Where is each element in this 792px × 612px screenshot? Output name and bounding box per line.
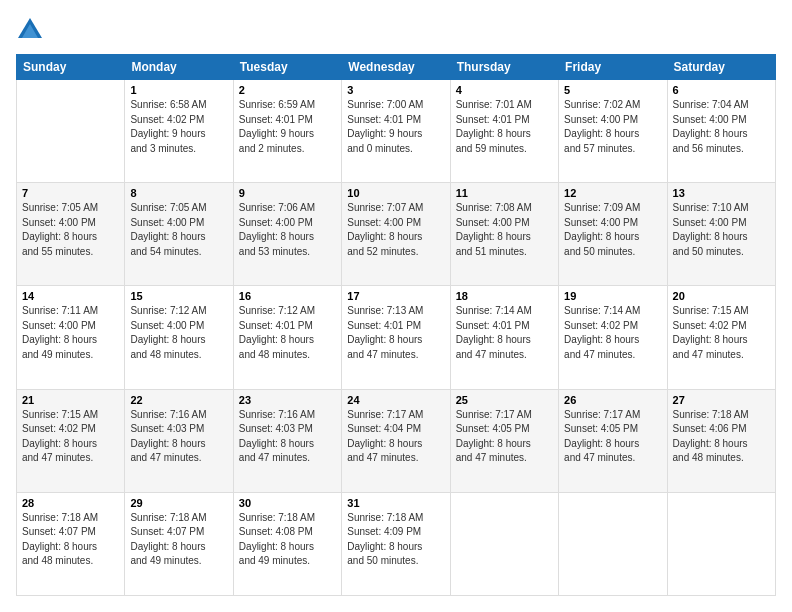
day-cell: 3Sunrise: 7:00 AM Sunset: 4:01 PM Daylig… [342,80,450,183]
day-number: 24 [347,394,444,406]
day-info: Sunrise: 7:18 AM Sunset: 4:07 PM Dayligh… [22,511,119,569]
day-cell: 31Sunrise: 7:18 AM Sunset: 4:09 PM Dayli… [342,492,450,595]
day-number: 18 [456,290,553,302]
day-info: Sunrise: 7:18 AM Sunset: 4:06 PM Dayligh… [673,408,770,466]
day-number: 16 [239,290,336,302]
day-number: 2 [239,84,336,96]
calendar-table: SundayMondayTuesdayWednesdayThursdayFrid… [16,54,776,596]
day-cell: 11Sunrise: 7:08 AM Sunset: 4:00 PM Dayli… [450,183,558,286]
day-info: Sunrise: 7:14 AM Sunset: 4:02 PM Dayligh… [564,304,661,362]
day-info: Sunrise: 7:13 AM Sunset: 4:01 PM Dayligh… [347,304,444,362]
day-cell: 27Sunrise: 7:18 AM Sunset: 4:06 PM Dayli… [667,389,775,492]
day-cell: 12Sunrise: 7:09 AM Sunset: 4:00 PM Dayli… [559,183,667,286]
day-cell [450,492,558,595]
day-cell: 10Sunrise: 7:07 AM Sunset: 4:00 PM Dayli… [342,183,450,286]
day-info: Sunrise: 7:05 AM Sunset: 4:00 PM Dayligh… [130,201,227,259]
header-cell-monday: Monday [125,55,233,80]
day-cell: 28Sunrise: 7:18 AM Sunset: 4:07 PM Dayli… [17,492,125,595]
day-number: 10 [347,187,444,199]
day-number: 29 [130,497,227,509]
day-info: Sunrise: 7:05 AM Sunset: 4:00 PM Dayligh… [22,201,119,259]
day-number: 11 [456,187,553,199]
logo [16,16,48,44]
day-info: Sunrise: 7:01 AM Sunset: 4:01 PM Dayligh… [456,98,553,156]
day-cell: 7Sunrise: 7:05 AM Sunset: 4:00 PM Daylig… [17,183,125,286]
day-cell: 19Sunrise: 7:14 AM Sunset: 4:02 PM Dayli… [559,286,667,389]
week-row-5: 28Sunrise: 7:18 AM Sunset: 4:07 PM Dayli… [17,492,776,595]
day-number: 20 [673,290,770,302]
day-cell: 6Sunrise: 7:04 AM Sunset: 4:00 PM Daylig… [667,80,775,183]
day-cell: 26Sunrise: 7:17 AM Sunset: 4:05 PM Dayli… [559,389,667,492]
header-cell-tuesday: Tuesday [233,55,341,80]
day-number: 6 [673,84,770,96]
day-info: Sunrise: 7:09 AM Sunset: 4:00 PM Dayligh… [564,201,661,259]
day-number: 13 [673,187,770,199]
day-info: Sunrise: 7:07 AM Sunset: 4:00 PM Dayligh… [347,201,444,259]
week-row-1: 1Sunrise: 6:58 AM Sunset: 4:02 PM Daylig… [17,80,776,183]
day-cell: 2Sunrise: 6:59 AM Sunset: 4:01 PM Daylig… [233,80,341,183]
day-cell: 23Sunrise: 7:16 AM Sunset: 4:03 PM Dayli… [233,389,341,492]
day-number: 19 [564,290,661,302]
day-number: 4 [456,84,553,96]
day-number: 22 [130,394,227,406]
day-number: 23 [239,394,336,406]
day-info: Sunrise: 7:06 AM Sunset: 4:00 PM Dayligh… [239,201,336,259]
day-cell: 18Sunrise: 7:14 AM Sunset: 4:01 PM Dayli… [450,286,558,389]
day-info: Sunrise: 7:17 AM Sunset: 4:05 PM Dayligh… [456,408,553,466]
day-number: 27 [673,394,770,406]
day-cell [667,492,775,595]
day-number: 25 [456,394,553,406]
day-cell: 24Sunrise: 7:17 AM Sunset: 4:04 PM Dayli… [342,389,450,492]
week-row-3: 14Sunrise: 7:11 AM Sunset: 4:00 PM Dayli… [17,286,776,389]
day-info: Sunrise: 7:15 AM Sunset: 4:02 PM Dayligh… [22,408,119,466]
header-cell-sunday: Sunday [17,55,125,80]
calendar-body: 1Sunrise: 6:58 AM Sunset: 4:02 PM Daylig… [17,80,776,596]
page: SundayMondayTuesdayWednesdayThursdayFrid… [0,0,792,612]
day-info: Sunrise: 7:16 AM Sunset: 4:03 PM Dayligh… [239,408,336,466]
day-cell: 29Sunrise: 7:18 AM Sunset: 4:07 PM Dayli… [125,492,233,595]
day-info: Sunrise: 6:58 AM Sunset: 4:02 PM Dayligh… [130,98,227,156]
day-info: Sunrise: 7:12 AM Sunset: 4:01 PM Dayligh… [239,304,336,362]
day-cell: 17Sunrise: 7:13 AM Sunset: 4:01 PM Dayli… [342,286,450,389]
day-cell: 9Sunrise: 7:06 AM Sunset: 4:00 PM Daylig… [233,183,341,286]
logo-icon [16,16,44,44]
day-number: 21 [22,394,119,406]
day-cell: 22Sunrise: 7:16 AM Sunset: 4:03 PM Dayli… [125,389,233,492]
day-info: Sunrise: 7:15 AM Sunset: 4:02 PM Dayligh… [673,304,770,362]
day-number: 1 [130,84,227,96]
day-info: Sunrise: 7:17 AM Sunset: 4:05 PM Dayligh… [564,408,661,466]
day-number: 7 [22,187,119,199]
day-info: Sunrise: 7:11 AM Sunset: 4:00 PM Dayligh… [22,304,119,362]
header [16,16,776,44]
day-cell: 30Sunrise: 7:18 AM Sunset: 4:08 PM Dayli… [233,492,341,595]
day-info: Sunrise: 7:02 AM Sunset: 4:00 PM Dayligh… [564,98,661,156]
header-cell-thursday: Thursday [450,55,558,80]
day-number: 28 [22,497,119,509]
day-cell: 4Sunrise: 7:01 AM Sunset: 4:01 PM Daylig… [450,80,558,183]
day-info: Sunrise: 7:18 AM Sunset: 4:09 PM Dayligh… [347,511,444,569]
day-cell: 14Sunrise: 7:11 AM Sunset: 4:00 PM Dayli… [17,286,125,389]
day-cell: 5Sunrise: 7:02 AM Sunset: 4:00 PM Daylig… [559,80,667,183]
day-info: Sunrise: 7:18 AM Sunset: 4:08 PM Dayligh… [239,511,336,569]
day-number: 14 [22,290,119,302]
header-cell-friday: Friday [559,55,667,80]
day-cell: 16Sunrise: 7:12 AM Sunset: 4:01 PM Dayli… [233,286,341,389]
day-cell: 13Sunrise: 7:10 AM Sunset: 4:00 PM Dayli… [667,183,775,286]
day-number: 12 [564,187,661,199]
day-info: Sunrise: 7:17 AM Sunset: 4:04 PM Dayligh… [347,408,444,466]
day-cell: 8Sunrise: 7:05 AM Sunset: 4:00 PM Daylig… [125,183,233,286]
day-cell: 15Sunrise: 7:12 AM Sunset: 4:00 PM Dayli… [125,286,233,389]
week-row-2: 7Sunrise: 7:05 AM Sunset: 4:00 PM Daylig… [17,183,776,286]
week-row-4: 21Sunrise: 7:15 AM Sunset: 4:02 PM Dayli… [17,389,776,492]
day-number: 31 [347,497,444,509]
header-cell-saturday: Saturday [667,55,775,80]
calendar-header: SundayMondayTuesdayWednesdayThursdayFrid… [17,55,776,80]
day-number: 3 [347,84,444,96]
day-number: 9 [239,187,336,199]
day-cell: 21Sunrise: 7:15 AM Sunset: 4:02 PM Dayli… [17,389,125,492]
day-info: Sunrise: 7:18 AM Sunset: 4:07 PM Dayligh… [130,511,227,569]
day-cell: 1Sunrise: 6:58 AM Sunset: 4:02 PM Daylig… [125,80,233,183]
day-cell: 25Sunrise: 7:17 AM Sunset: 4:05 PM Dayli… [450,389,558,492]
day-info: Sunrise: 7:08 AM Sunset: 4:00 PM Dayligh… [456,201,553,259]
day-info: Sunrise: 7:10 AM Sunset: 4:00 PM Dayligh… [673,201,770,259]
